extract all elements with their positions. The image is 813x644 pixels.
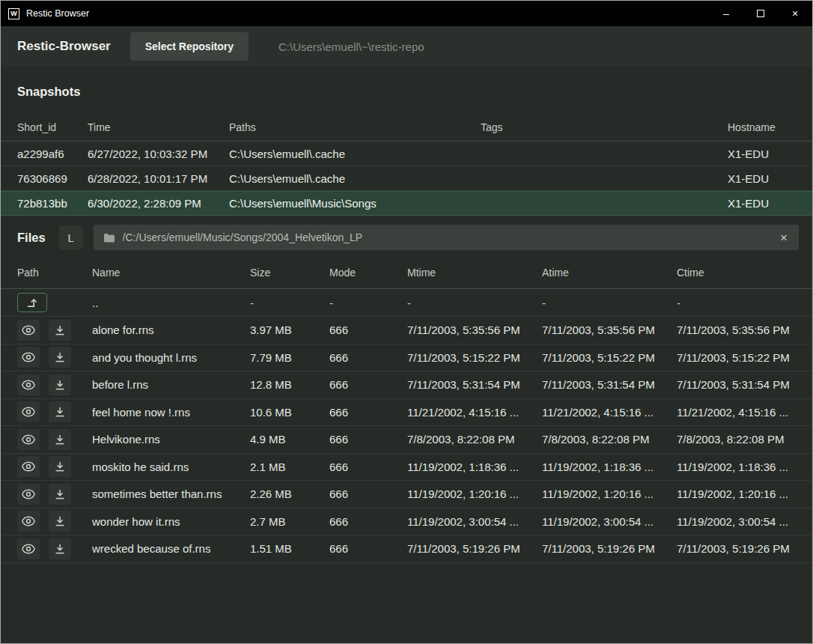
eye-icon	[22, 380, 35, 390]
file-row: Helvikone.rns 4.9 MB 666 7/8/2003, 8:22:…	[1, 426, 812, 454]
snapshot-row[interactable]: 72b813bb 6/30/2022, 2:28:09 PM C:\Users\…	[1, 191, 812, 216]
eye-icon	[22, 325, 35, 335]
up-arrow-icon	[26, 298, 38, 308]
file-name: wonder how it.rns	[92, 515, 250, 528]
snapshot-row[interactable]: 76306869 6/28/2022, 10:01:17 PM C:\Users…	[1, 166, 812, 191]
eye-icon	[22, 352, 35, 362]
eye-icon	[22, 407, 35, 417]
file-mode: -	[329, 297, 407, 309]
file-row: alone for.rns 3.97 MB 666 7/11/2003, 5:3…	[1, 317, 812, 344]
download-icon	[55, 544, 65, 554]
file-atime: 11/21/2002, 4:15:16 ...	[542, 406, 677, 419]
download-file-button[interactable]	[49, 401, 71, 422]
clear-icon: ×	[780, 231, 788, 245]
download-file-button[interactable]	[49, 511, 71, 532]
download-icon	[55, 489, 65, 499]
snapshot-time: 6/27/2022, 10:03:32 PM	[88, 148, 229, 160]
download-file-button[interactable]	[49, 320, 71, 341]
snapshot-short-id: a2299af6	[17, 148, 88, 160]
download-icon	[55, 516, 65, 526]
clear-path-button[interactable]: ×	[779, 231, 789, 244]
file-name: moskito he said.rns	[92, 461, 250, 473]
preview-file-button[interactable]	[17, 429, 40, 450]
file-ctime: 7/11/2003, 5:15:22 PM	[677, 351, 796, 364]
download-file-button[interactable]	[49, 538, 71, 559]
minimize-button[interactable]: –	[709, 1, 743, 26]
current-path-input[interactable]: /C:/Users/emuell/Music/Songs/2004_Helvet…	[94, 225, 799, 250]
download-file-button[interactable]	[49, 484, 71, 505]
download-icon	[55, 380, 65, 390]
file-name: alone for.rns	[92, 323, 250, 336]
file-name: ..	[92, 297, 250, 309]
snapshot-hostname: X1-EDU	[728, 148, 796, 160]
snapshot-time: 6/30/2022, 2:28:09 PM	[88, 197, 229, 210]
file-row: feel home now !.rns 10.6 MB 666 11/21/20…	[1, 399, 812, 427]
file-mtime: 7/8/2003, 8:22:08 PM	[407, 433, 542, 446]
file-name: sometimes better than.rns	[92, 487, 250, 500]
column-header-mode: Mode	[329, 267, 407, 279]
column-header-path: Path	[17, 267, 92, 279]
file-row: before l.rns 12.8 MB 666 7/11/2003, 5:31…	[1, 371, 812, 399]
file-size: 12.8 MB	[250, 378, 329, 391]
download-file-button[interactable]	[49, 456, 71, 477]
app-logo-icon: W	[8, 8, 19, 19]
file-mode: 666	[329, 323, 407, 336]
column-header-short-id: Short_id	[17, 121, 88, 133]
column-header-ctime: Ctime	[677, 267, 796, 279]
parent-directory-row: .. - - - - -	[1, 289, 812, 317]
close-button[interactable]: ×	[778, 1, 812, 26]
download-file-button[interactable]	[49, 374, 71, 395]
preview-file-button[interactable]	[17, 347, 40, 368]
file-mode: 666	[329, 515, 407, 528]
file-mode: 666	[329, 406, 407, 419]
column-header-mtime: Mtime	[407, 267, 542, 279]
files-section-title: Files	[17, 231, 46, 245]
select-repository-button[interactable]: Select Repository	[130, 32, 249, 61]
preview-file-button[interactable]	[17, 320, 40, 341]
snapshot-hostname: X1-EDU	[728, 197, 796, 210]
file-row: sometimes better than.rns 2.26 MB 666 11…	[1, 481, 812, 508]
download-file-button[interactable]	[49, 347, 71, 368]
file-atime: 7/8/2003, 8:22:08 PM	[542, 433, 677, 446]
file-mode: 666	[329, 433, 407, 446]
window-title: Restic Browser	[26, 8, 709, 19]
minimize-icon: –	[723, 7, 729, 19]
file-mtime: 11/19/2002, 3:00:54 ...	[407, 515, 542, 528]
file-size: 2.26 MB	[250, 487, 329, 500]
file-name: and you thought l.rns	[92, 351, 250, 364]
file-mtime: 11/19/2002, 1:20:16 ...	[407, 487, 542, 500]
file-size: 7.79 MB	[250, 351, 329, 364]
column-header-paths: Paths	[229, 121, 481, 133]
snapshot-hostname: X1-EDU	[728, 172, 796, 185]
download-file-button[interactable]	[49, 429, 71, 450]
column-header-tags: Tags	[481, 121, 728, 133]
maximize-button[interactable]	[743, 1, 778, 26]
preview-file-button[interactable]	[17, 511, 40, 532]
file-row: and you thought l.rns 7.79 MB 666 7/11/2…	[1, 344, 812, 372]
preview-file-button[interactable]	[17, 456, 40, 477]
file-size: 10.6 MB	[250, 406, 329, 419]
file-mtime: 7/11/2003, 5:31:54 PM	[407, 378, 542, 391]
file-row: moskito he said.rns 2.1 MB 666 11/19/200…	[1, 454, 812, 482]
snapshot-row[interactable]: a2299af6 6/27/2022, 10:03:32 PM C:\Users…	[1, 142, 812, 166]
file-atime: 7/11/2003, 5:15:22 PM	[542, 351, 677, 364]
eye-icon	[22, 461, 35, 472]
preview-file-button[interactable]	[17, 401, 40, 422]
titlebar: W Restic Browser – ×	[1, 1, 812, 26]
file-mtime: 11/19/2002, 1:18:36 ...	[407, 461, 542, 473]
tree-view-toggle-button[interactable]: L	[59, 225, 83, 249]
snapshots-table-header: Short_id Time Paths Tags Hostname	[1, 114, 812, 142]
window-controls: – ×	[709, 1, 812, 26]
app-title: Restic-Browser	[17, 39, 111, 54]
file-ctime: 11/19/2002, 1:20:16 ...	[677, 487, 796, 500]
snapshot-paths: C:\Users\emuell\.cache	[229, 148, 481, 160]
preview-file-button[interactable]	[17, 538, 40, 559]
go-up-directory-button[interactable]	[17, 293, 47, 312]
preview-file-button[interactable]	[17, 374, 40, 395]
eye-icon	[22, 544, 35, 554]
file-ctime: 11/21/2002, 4:15:16 ...	[677, 406, 796, 419]
file-atime: 7/11/2003, 5:19:26 PM	[542, 542, 677, 555]
snapshots-table: Short_id Time Paths Tags Hostname a2299a…	[1, 114, 812, 216]
preview-file-button[interactable]	[17, 484, 40, 505]
current-path-value: /C:/Users/emuell/Music/Songs/2004_Helvet…	[123, 231, 779, 243]
